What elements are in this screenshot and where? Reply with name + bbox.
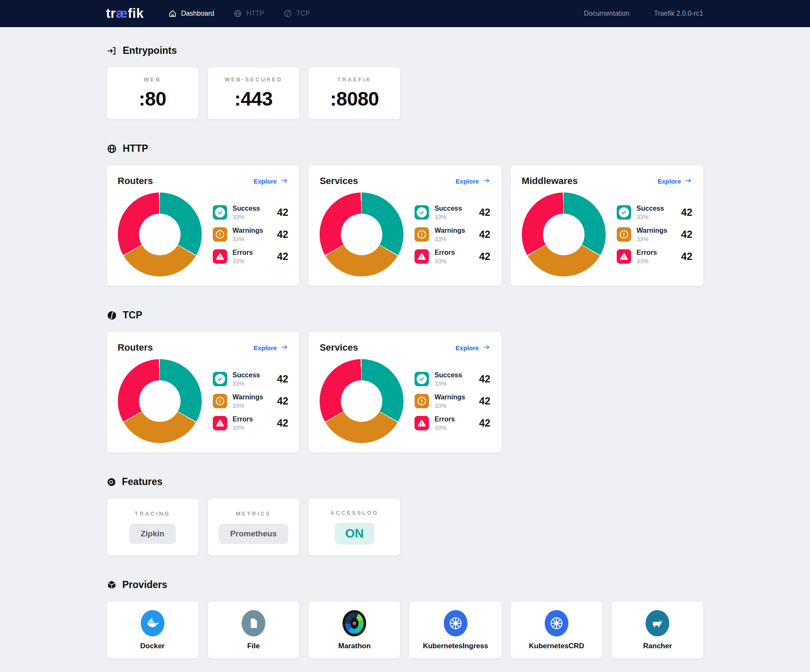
rancher-icon	[646, 610, 669, 636]
home-icon	[168, 9, 177, 18]
explore-link[interactable]: Explore	[456, 344, 490, 352]
legend-value: 42	[681, 251, 693, 262]
feature-card-metrics: METRICS Prometheus	[208, 499, 299, 555]
feature-card-accesslog: ACCESSLOG ON	[309, 499, 400, 555]
donut-chart	[118, 192, 202, 276]
check-circle-icon	[213, 372, 227, 386]
http-section-header: HTTP	[107, 143, 704, 154]
exclamation-circle-icon: !	[415, 227, 429, 242]
nav-item-http[interactable]: HTTP	[234, 9, 264, 18]
card-title: Routers	[118, 342, 153, 353]
chart-legend: Success33% 42 ! Warnings33% 42 Errors33%…	[415, 205, 490, 265]
http-middlewares-card: Middlewares Explore Success33% 42	[511, 165, 704, 286]
explore-label: Explore	[253, 178, 277, 185]
donut-chart	[320, 192, 404, 276]
legend-value: 42	[277, 229, 288, 240]
legend-label: Success	[434, 205, 462, 212]
provider-card-kubernetes-ingress: KubernetesIngress	[409, 602, 501, 658]
legend-value: 42	[479, 395, 490, 407]
legend-label: Errors	[233, 415, 253, 423]
legend-percent: 33%	[434, 424, 455, 431]
legend-value: 42	[479, 373, 490, 385]
traefik-logo[interactable]: træfik	[106, 6, 144, 21]
exclamation-circle-icon: !	[213, 227, 227, 242]
legend-value: 42	[277, 373, 288, 385]
nav-item-dashboard[interactable]: Dashboard	[168, 9, 214, 18]
explore-label: Explore	[456, 344, 479, 351]
check-circle-icon	[415, 372, 429, 386]
legend-row-warnings: ! Warnings33% 42	[415, 393, 490, 409]
nav-item-tcp[interactable]: TCP	[284, 9, 310, 18]
nav-label-dashboard: Dashboard	[181, 10, 214, 17]
legend-row-success: Success33% 42	[415, 371, 490, 387]
section-title: Entrypoints	[123, 45, 177, 56]
tcp-services-card: Services Explore Success33% 42	[309, 332, 501, 452]
entrypoint-name: WEB-SECURED	[225, 76, 283, 83]
explore-link[interactable]: Explore	[253, 344, 288, 352]
feature-name: METRICS	[236, 510, 271, 517]
chart-legend: Success33% 42 ! Warnings33% 42 Errors33%…	[213, 371, 289, 431]
donut-chart	[118, 359, 202, 443]
nav-label-http: HTTP	[246, 10, 264, 17]
globe-icon	[234, 9, 242, 18]
provider-card-kubernetes-crd: KubernetesCRD	[511, 602, 602, 658]
arrow-right-icon	[483, 344, 490, 352]
warning-triangle-icon	[213, 416, 227, 430]
entrypoint-card-traefik: TRAEFIK :8080	[309, 67, 400, 119]
legend-value: 42	[681, 206, 693, 218]
provider-card-marathon: Marathon	[309, 602, 400, 658]
legend-label: Errors	[434, 249, 455, 257]
legend-percent: 33%	[434, 402, 465, 409]
legend-row-errors: Errors33% 42	[415, 415, 490, 431]
arrow-right-icon	[483, 177, 490, 185]
donut-chart	[522, 192, 606, 276]
check-circle-icon	[213, 205, 227, 220]
logo-ae: æ	[116, 6, 128, 21]
explore-link[interactable]: Explore	[657, 177, 692, 185]
version-label: Traefik 2.0.0-rc1	[654, 10, 703, 17]
provider-name: File	[247, 642, 259, 650]
exclamation-circle-icon: !	[415, 394, 429, 408]
logo-text-2: fik	[128, 6, 144, 21]
legend-row-errors: Errors33% 42	[213, 415, 289, 431]
feature-name: TRACING	[135, 510, 170, 517]
provider-name: Docker	[140, 642, 165, 650]
entrypoint-port: :80	[139, 87, 166, 110]
documentation-link[interactable]: Documentation	[584, 10, 629, 17]
warning-triangle-icon	[213, 249, 227, 264]
check-circle-icon	[415, 205, 429, 220]
chart-legend: Success33% 42 ! Warnings33% 42 Errors33%…	[213, 205, 289, 265]
entrypoints-section-header: Entrypoints	[107, 45, 704, 56]
explore-label: Explore	[456, 178, 479, 185]
provider-name: Marathon	[338, 642, 371, 650]
section-title: Features	[122, 476, 163, 488]
legend-row-warnings: ! Warnings33% 42	[415, 227, 490, 243]
entrypoint-port: :8080	[330, 87, 379, 110]
legend-value: 42	[479, 206, 490, 218]
legend-label: Warnings	[233, 227, 263, 234]
docker-icon	[141, 610, 164, 636]
chart-legend: Success33% 42 ! Warnings33% 42 Errors33%…	[617, 205, 693, 265]
entrypoint-card-web-secured: WEB-SECURED :443	[208, 67, 299, 119]
legend-row-success: Success33% 42	[617, 205, 693, 220]
tcp-grid: Routers Explore Success33% 42	[107, 332, 704, 452]
chart-legend: Success33% 42 ! Warnings33% 42 Errors33%…	[415, 371, 490, 431]
feature-value-pill: Prometheus	[219, 524, 288, 544]
explore-link[interactable]: Explore	[456, 177, 490, 185]
nav-label-tcp: TCP	[296, 10, 310, 17]
package-icon	[107, 580, 117, 590]
donut-chart	[320, 359, 404, 443]
legend-row-errors: Errors33% 42	[617, 249, 693, 265]
legend-value: 42	[277, 206, 288, 218]
legend-value: 42	[277, 417, 288, 429]
legend-percent: 33%	[233, 380, 260, 387]
exclamation-circle-icon: !	[213, 394, 227, 408]
entrypoints-grid: WEB :80 WEB-SECURED :443 TRAEFIK :8080	[107, 67, 704, 119]
legend-label: Warnings	[434, 227, 465, 234]
legend-row-success: Success33% 42	[415, 205, 490, 220]
explore-link[interactable]: Explore	[253, 177, 288, 185]
feature-name: ACCESSLOG	[330, 510, 379, 516]
provider-card-docker: Docker	[107, 602, 198, 658]
exclamation-circle-icon: !	[617, 227, 631, 242]
legend-value: 42	[479, 417, 490, 429]
